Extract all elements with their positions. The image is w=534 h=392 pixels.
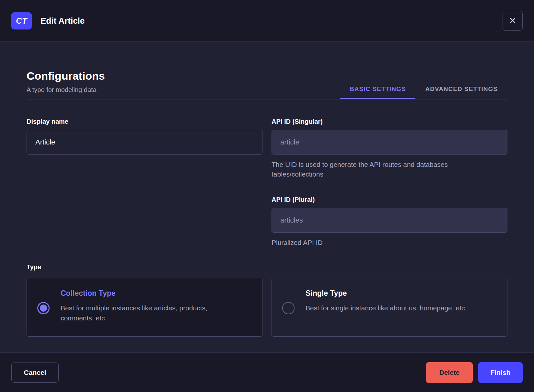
delete-button[interactable]: Delete [426, 362, 473, 383]
cancel-button[interactable]: Cancel [11, 363, 59, 383]
page-title: Configurations [27, 70, 105, 82]
display-name-input[interactable] [27, 130, 262, 155]
api-id-plural-label: API ID (Plural) [272, 196, 507, 203]
single-type-option[interactable]: Single Type Best for single instance lik… [272, 278, 507, 337]
configuration-form: Display name API ID (Singular) The UID i… [27, 118, 507, 248]
api-id-singular-hint: The UID is used to generate the API rout… [272, 160, 495, 179]
close-icon: ✕ [509, 17, 517, 25]
single-type-radio[interactable] [282, 302, 295, 314]
modal-footer: Cancel Delete Finish [0, 352, 534, 392]
modal-body: Configurations A type for modeling data … [0, 42, 534, 352]
settings-tabs: BASIC SETTINGS ADVANCED SETTINGS [340, 86, 507, 99]
api-id-singular-label: API ID (Singular) [272, 118, 507, 125]
finish-button[interactable]: Finish [478, 362, 523, 383]
collection-type-radio[interactable] [37, 302, 50, 314]
content-type-badge: CT [11, 12, 32, 29]
modal-header: CT Edit Article ✕ [0, 0, 534, 42]
page-subtitle: A type for modeling data [27, 86, 105, 94]
tab-advanced-settings[interactable]: ADVANCED SETTINGS [415, 86, 507, 99]
api-id-plural-field-group: API ID (Plural) Pluralized API ID [272, 196, 507, 248]
collection-type-description: Best for multiple instances like article… [61, 303, 242, 323]
collection-type-title: Collection Type [61, 289, 242, 298]
single-type-title: Single Type [306, 289, 467, 298]
tab-basic-settings[interactable]: BASIC SETTINGS [340, 86, 415, 99]
collection-type-option[interactable]: Collection Type Best for multiple instan… [27, 278, 262, 337]
radio-dot [285, 305, 292, 312]
single-type-description: Best for single instance like about us, … [306, 303, 467, 313]
type-section: Type Collection Type Best for multiple i… [27, 263, 507, 337]
close-button[interactable]: ✕ [503, 11, 523, 31]
api-id-plural-hint: Pluralized API ID [272, 238, 495, 248]
api-id-plural-input[interactable] [272, 208, 507, 233]
edit-article-modal: CT Edit Article ✕ Configurations A type … [0, 0, 534, 392]
single-type-texts: Single Type Best for single instance lik… [306, 289, 467, 313]
api-id-singular-input[interactable] [272, 130, 507, 155]
api-id-singular-field-group: API ID (Singular) The UID is used to gen… [272, 118, 507, 179]
modal-title: Edit Article [41, 16, 85, 26]
type-options: Collection Type Best for multiple instan… [27, 278, 507, 337]
content-type-badge-label: CT [16, 16, 27, 26]
configurations-titles: Configurations A type for modeling data [27, 70, 105, 99]
configurations-header: Configurations A type for modeling data … [27, 70, 507, 99]
radio-dot [40, 305, 47, 312]
footer-actions: Delete Finish [426, 362, 523, 383]
type-label: Type [27, 263, 507, 271]
collection-type-texts: Collection Type Best for multiple instan… [61, 289, 242, 323]
display-name-field-group: Display name [27, 118, 262, 155]
api-id-column: API ID (Singular) The UID is used to gen… [272, 118, 507, 248]
display-name-label: Display name [27, 118, 262, 125]
